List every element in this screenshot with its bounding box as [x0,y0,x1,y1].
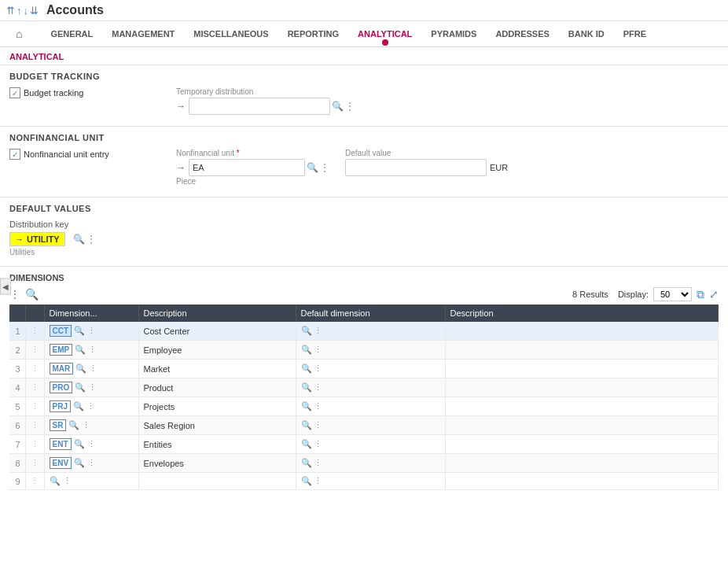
row-num-3: 3 [9,360,25,378]
default-dim-more-2[interactable]: ⋮ [314,345,322,355]
default-dim-search-9[interactable]: 🔍 [301,476,312,486]
row-dim-code-5: PRJ 🔍 ⋮ [44,397,138,416]
default-dim-search-8[interactable]: 🔍 [301,458,312,468]
nav-down[interactable]: ↓ [24,5,29,17]
dim-search-2[interactable]: 🔍 [75,345,86,355]
dim-search-5[interactable]: 🔍 [73,401,84,411]
display-select[interactable]: 50 100 200 [653,287,692,301]
default-dim-more-9[interactable]: ⋮ [314,476,322,486]
default-values-section: DEFAULT VALUES Distribution key → UTILIT… [0,197,728,267]
expand-icon[interactable]: ⤢ [709,288,719,301]
nav-arrows: ⇈ ↑ ↓ ⇊ [6,5,39,17]
dim-search-1[interactable]: 🔍 [74,326,85,336]
row-handle-3[interactable]: ⋮ [25,360,44,378]
nonfinancial-unit-section: NONFINANCIAL UNIT Nonfinancial unit entr… [0,127,728,197]
default-dim-more-3[interactable]: ⋮ [314,363,322,374]
tab-home[interactable]: ⌂ [6,21,31,46]
row-desc-2: Employee [138,341,296,360]
toolbar-dots-icon[interactable]: ⋮ [9,288,20,301]
default-dim-search-6[interactable]: 🔍 [301,420,312,430]
row-dim-code-4: PRO 🔍 ⋮ [44,378,138,397]
dim-search-8[interactable]: 🔍 [74,458,85,468]
default-dim-more-4[interactable]: ⋮ [314,382,322,393]
temp-dist-search-icon[interactable]: 🔍 [332,101,344,112]
temp-dist-more-icon[interactable]: ⋮ [345,101,355,112]
layers-icon[interactable]: ⧉ [697,288,704,301]
tab-reporting[interactable]: REPORTING [278,23,348,45]
nfu-arrow-icon: → [176,162,186,173]
dist-key-actions: 🔍 ⋮ [73,234,96,245]
default-dim-search-4[interactable]: 🔍 [301,382,312,393]
tab-pfre[interactable]: PFRE [614,23,656,45]
dim-more-6[interactable]: ⋮ [82,420,90,430]
tab-bank-id[interactable]: BANK ID [559,23,614,45]
row-desc-7: Entities [138,435,296,454]
nfu-more-icon[interactable]: ⋮ [320,162,329,173]
table-row: 4 ⋮ PRO 🔍 ⋮ Product 🔍 ⋮ [9,378,719,397]
tab-analytical[interactable]: ANALYTICAL [348,23,421,45]
dist-key-text: UTILITY [27,234,60,244]
dim-more-5[interactable]: ⋮ [86,401,95,411]
col-header-dimension[interactable]: Dimension... [44,304,138,322]
dim-search-3[interactable]: 🔍 [75,363,86,374]
budget-tracking-checkbox[interactable] [9,87,20,98]
default-dim-search-2[interactable]: 🔍 [301,345,312,355]
tab-general[interactable]: GENERAL [41,23,102,45]
row-handle-6[interactable]: ⋮ [25,416,44,435]
dim-search-4[interactable]: 🔍 [75,382,86,393]
default-value-input[interactable] [345,159,487,176]
default-dim-more-6[interactable]: ⋮ [314,420,322,430]
default-dim-search-7[interactable]: 🔍 [301,439,312,449]
dist-key-search-icon[interactable]: 🔍 [73,234,85,245]
row-handle-9[interactable]: ⋮ [25,473,44,490]
default-dim-search-3[interactable]: 🔍 [301,363,312,374]
budget-tracking-label: Budget tracking [24,88,83,98]
dim-more-7[interactable]: ⋮ [87,439,96,449]
budget-tracking-field: Temporary distribution → 🔍 ⋮ [176,87,355,115]
row-handle-7[interactable]: ⋮ [25,435,44,454]
row-dim-code-8: ENV 🔍 ⋮ [44,454,138,473]
dist-key-value-box[interactable]: → UTILITY [9,232,65,246]
dim-more-8[interactable]: ⋮ [87,458,96,468]
default-dim-more-1[interactable]: ⋮ [314,326,322,336]
dist-key-more-icon[interactable]: ⋮ [86,234,96,245]
nonfinancial-unit-input[interactable] [189,159,305,176]
dim-search-9[interactable]: 🔍 [50,476,61,486]
nav-up[interactable]: ↑ [17,5,22,17]
nfu-search-icon[interactable]: 🔍 [307,162,318,173]
default-dim-search-1[interactable]: 🔍 [301,326,312,336]
row-desc-5: Projects [138,397,296,416]
row-default-desc-5 [445,397,719,416]
nav-first[interactable]: ⇈ [6,5,15,17]
row-handle-4[interactable]: ⋮ [25,378,44,397]
dim-more-4[interactable]: ⋮ [88,382,97,393]
dist-key-hint: Utilities [9,248,719,256]
nonfinancial-unit-checkbox[interactable] [9,149,20,160]
tab-addresses[interactable]: ADDRESSES [486,23,558,45]
sidebar-toggle[interactable]: ◀ [0,278,11,294]
dim-more-1[interactable]: ⋮ [87,326,96,336]
dim-more-2[interactable]: ⋮ [88,345,97,355]
nav-last[interactable]: ⇊ [30,5,39,17]
row-handle-5[interactable]: ⋮ [25,397,44,416]
row-handle-1[interactable]: ⋮ [25,322,44,341]
col-header-default-dim[interactable]: Default dimension [296,304,445,322]
row-dim-code-3: MAR 🔍 ⋮ [44,360,138,378]
tab-management[interactable]: MANAGEMENT [102,23,184,45]
row-handle-8[interactable]: ⋮ [25,454,44,473]
col-header-default-desc[interactable]: Description [445,304,719,322]
default-dim-more-5[interactable]: ⋮ [314,401,322,411]
dim-more-3[interactable]: ⋮ [89,363,97,374]
default-dim-search-5[interactable]: 🔍 [301,401,312,411]
temp-distribution-input[interactable] [189,98,330,115]
col-header-description[interactable]: Description [138,304,296,322]
default-dim-more-7[interactable]: ⋮ [314,439,322,449]
dim-search-6[interactable]: 🔍 [68,420,79,430]
tab-pyramids[interactable]: PYRAMIDS [421,23,486,45]
tab-miscellaneous[interactable]: MISCELLANEOUS [184,23,278,45]
dim-more-9[interactable]: ⋮ [63,476,72,486]
default-dim-more-8[interactable]: ⋮ [314,458,322,468]
row-handle-2[interactable]: ⋮ [25,341,44,360]
dim-search-7[interactable]: 🔍 [74,439,85,449]
toolbar-search-icon[interactable]: 🔍 [25,288,39,301]
